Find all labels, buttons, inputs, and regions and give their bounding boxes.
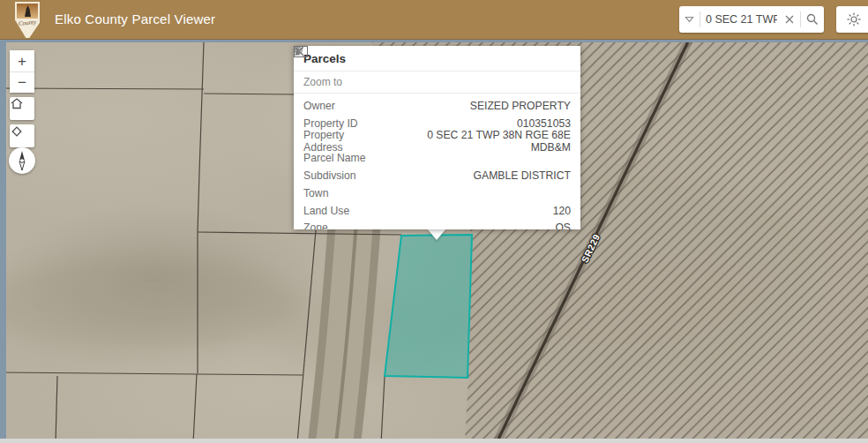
- sunshade-button[interactable]: [836, 6, 868, 33]
- logo-caption: County: [15, 19, 41, 28]
- field-label: Parcel Name: [303, 152, 365, 164]
- chevron-down-icon: [685, 16, 694, 23]
- map-canvas[interactable]: SR229 + − Parcels: [0, 40, 868, 443]
- home-icon: [10, 97, 24, 109]
- zoom-to-label: Zoom to: [303, 76, 342, 88]
- compass-needle-icon: [9, 147, 35, 174]
- app-header: County Elko County Parcel Viewer: [0, 0, 868, 40]
- sun-icon: [846, 11, 862, 27]
- popup-title: Parcels: [303, 52, 520, 65]
- locate-button[interactable]: [10, 124, 34, 147]
- zoom-to-link[interactable]: Zoom to: [294, 71, 580, 94]
- field-row: Subdivsion GAMBLE DISTRICT: [303, 167, 571, 184]
- search-input[interactable]: [700, 13, 779, 26]
- home-button[interactable]: [10, 97, 34, 120]
- zoom-out-button[interactable]: −: [10, 71, 34, 93]
- page-title: Elko County Parcel Viewer: [55, 11, 215, 26]
- field-value: 0 SEC 21 TWP 38N RGE 68E MDB&M: [385, 129, 571, 154]
- popup-pointer: [427, 229, 446, 240]
- field-value: 120: [553, 205, 571, 217]
- field-value: GAMBLE DISTRICT: [474, 169, 571, 182]
- elko-county-logo: County: [15, 2, 40, 38]
- gravel-road: [334, 221, 356, 443]
- zoom-widget: + −: [10, 50, 34, 93]
- field-label: Town: [303, 187, 328, 199]
- field-label: Owner: [303, 100, 335, 112]
- compass-button[interactable]: [9, 147, 35, 174]
- field-row: Land Use 120: [303, 202, 571, 220]
- field-row: Owner SEIZED PROPERTY: [303, 97, 571, 115]
- field-label: Subdivsion: [303, 169, 356, 182]
- field-label: Land Use: [303, 205, 349, 217]
- field-value: OS: [555, 222, 571, 229]
- field-row: Property Address 0 SEC 21 TWP 38N RGE 68…: [303, 132, 571, 150]
- popup-header: Parcels: [294, 46, 580, 71]
- zoom-to-icon: [294, 46, 306, 58]
- search-source-dropdown[interactable]: [679, 6, 700, 33]
- close-icon: [784, 14, 795, 25]
- field-row: Town: [303, 184, 571, 202]
- search-icon: [806, 13, 819, 26]
- field-row: Zone OS: [303, 220, 571, 229]
- selected-parcel[interactable]: [385, 235, 472, 378]
- popup-fields: Owner SEIZED PROPERTY Property ID 010351…: [294, 94, 580, 229]
- search-box: [679, 6, 824, 33]
- search-button[interactable]: [801, 6, 824, 33]
- field-label: Property Address: [303, 129, 385, 154]
- field-value: SEIZED PROPERTY: [470, 100, 571, 112]
- zoom-in-button[interactable]: +: [10, 50, 34, 71]
- parcel-popup: Parcels: [294, 46, 580, 229]
- locate-icon: [10, 124, 24, 139]
- clear-search-button[interactable]: [779, 6, 800, 33]
- field-label: Zone: [303, 222, 328, 229]
